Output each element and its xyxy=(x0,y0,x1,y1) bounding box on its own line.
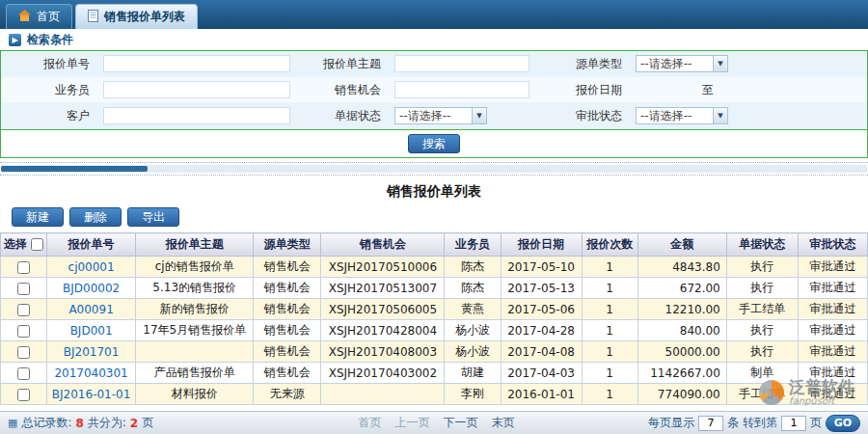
tab-home[interactable]: 首页 xyxy=(6,4,72,29)
cell-approval-status: 审批通过 xyxy=(798,299,867,320)
cell-quote-no: BJD00002 xyxy=(47,278,136,299)
cell-quote-no: cj00001 xyxy=(47,257,136,278)
cell-subject xyxy=(136,341,254,363)
table-row[interactable]: 2017040301 产品销售报价单 销售机会 XSJH20170403002 … xyxy=(1,363,868,384)
customer-input[interactable] xyxy=(103,107,290,124)
cell-opportunity: XSJH20170506005 xyxy=(321,299,445,320)
cell-select xyxy=(1,384,47,405)
cell-subject: 产品销售报价单 xyxy=(136,363,254,384)
source-type-select[interactable]: --请选择-- ▼ xyxy=(636,55,728,72)
pages-label: 共分为: xyxy=(88,415,126,431)
row-checkbox[interactable] xyxy=(17,389,30,401)
column-header-select: 选择 xyxy=(1,233,47,257)
tab-quote-list-label: 销售报价单列表 xyxy=(104,9,185,25)
go-button[interactable]: GO xyxy=(826,415,860,432)
cell-source-type: 销售机会 xyxy=(254,278,321,299)
first-page-link[interactable]: 首页 xyxy=(359,415,382,431)
doc-status-select[interactable]: --请选择-- ▼ xyxy=(394,107,487,124)
table-row[interactable]: cj00001 cj的销售报价单 销售机会 XSJH20170510006 陈杰… xyxy=(1,257,868,278)
cell-opportunity: XSJH20170428004 xyxy=(321,320,445,341)
tab-bar: 首页 销售报价单列表 xyxy=(0,0,868,29)
cell-approval-status: 审批通过 xyxy=(798,384,867,405)
column-header-times: 报价次数 xyxy=(582,233,637,257)
cell-subject: 材料报价 xyxy=(136,384,254,405)
records-icon: ▦ xyxy=(8,417,17,429)
subject-input[interactable] xyxy=(394,55,529,72)
goto-unit: 页 xyxy=(810,415,822,431)
collapse-arrow-icon[interactable]: ▶ xyxy=(9,34,21,46)
cell-source-type: 无来源 xyxy=(254,384,321,405)
row-checkbox[interactable] xyxy=(17,346,30,359)
table-row[interactable]: BJD001 17年5月销售报价单 销售机会 XSJH20170428004 杨… xyxy=(1,320,868,341)
scrollbar-track[interactable] xyxy=(1,165,867,173)
approval-status-select-value: --请选择-- xyxy=(640,108,692,124)
prev-page-link[interactable]: 上一页 xyxy=(395,415,430,431)
export-button[interactable]: 导出 xyxy=(127,207,179,227)
quote-no-link[interactable]: BJ2016-01-01 xyxy=(52,388,131,401)
quote-no-link[interactable]: BJD00002 xyxy=(63,282,120,295)
search-row-3: 客户 单据状态 --请选择-- ▼ 审批状态 --请选择-- ▼ xyxy=(1,103,867,129)
chevron-down-icon: ▼ xyxy=(713,108,727,123)
quote-no-link[interactable]: BJ201701 xyxy=(64,345,120,359)
table-row[interactable]: BJ201701 销售机会 XSJH20170408003 杨小波 2017-0… xyxy=(1,341,868,363)
quote-date-label: 报价日期 xyxy=(535,82,630,98)
new-button[interactable]: 新建 xyxy=(12,207,64,227)
table-row[interactable]: A00091 新的销售报价 销售机会 XSJH20170506005 黄燕 20… xyxy=(1,299,868,320)
cell-salesperson: 陈杰 xyxy=(445,278,501,299)
column-header-approval-status: 审批状态 xyxy=(798,233,867,257)
quote-no-link[interactable]: A00091 xyxy=(68,303,113,316)
search-form: 报价单号 报价单主题 源单类型 --请选择-- ▼ 业务员 销售机会 报价日期 … xyxy=(0,50,868,158)
cell-salesperson: 黄燕 xyxy=(445,299,501,320)
select-all-checkbox[interactable] xyxy=(31,238,43,251)
cell-source-type: 销售机会 xyxy=(254,341,321,363)
row-checkbox[interactable] xyxy=(17,367,30,380)
tab-quote-list[interactable]: 销售报价单列表 xyxy=(75,4,198,29)
select-column-label: 选择 xyxy=(4,237,27,251)
quote-no-link[interactable]: 2017040301 xyxy=(54,366,127,380)
quote-no-input[interactable] xyxy=(103,55,290,72)
row-checkbox[interactable] xyxy=(17,304,30,316)
cell-select xyxy=(1,320,47,341)
column-header-doc-status: 单据状态 xyxy=(726,233,798,257)
goto-label: 转到第 xyxy=(743,415,777,431)
cell-doc-status: 执行 xyxy=(726,341,798,363)
row-checkbox[interactable] xyxy=(17,325,30,338)
table-row[interactable]: BJD00002 5.13的销售报价 销售机会 XSJH20170513007 … xyxy=(1,278,868,299)
next-page-link[interactable]: 下一页 xyxy=(444,415,478,431)
cell-amount: 50000.00 xyxy=(637,341,726,363)
row-checkbox[interactable] xyxy=(17,283,30,295)
per-page-input[interactable] xyxy=(698,416,723,431)
delete-button[interactable]: 删除 xyxy=(69,207,122,227)
search-button[interactable]: 搜索 xyxy=(408,134,460,153)
row-checkbox[interactable] xyxy=(17,261,30,274)
cell-date: 2017-05-06 xyxy=(501,299,582,320)
opportunity-input[interactable] xyxy=(394,81,529,98)
cell-quote-no: BJ201701 xyxy=(47,341,136,363)
cell-salesperson: 杨小波 xyxy=(445,320,501,341)
document-icon xyxy=(88,10,98,25)
cell-amount: 840.00 xyxy=(637,320,726,341)
cell-subject: 17年5月销售报价单 xyxy=(136,320,254,341)
table-row[interactable]: BJ2016-01-01 材料报价 无来源 李刚 2016-01-01 1 77… xyxy=(1,384,868,405)
scrollbar-thumb[interactable] xyxy=(1,166,148,172)
column-header-amount: 金额 xyxy=(637,233,726,257)
doc-status-label: 单据状态 xyxy=(296,108,389,124)
quote-no-link[interactable]: BJD001 xyxy=(70,324,113,338)
cell-select xyxy=(1,278,47,299)
approval-status-select[interactable]: --请选择-- ▼ xyxy=(636,107,728,124)
cell-doc-status: 制单 xyxy=(726,363,798,384)
search-row-1: 报价单号 报价单主题 源单类型 --请选择-- ▼ xyxy=(1,51,867,77)
cell-approval-status: 审批通过 xyxy=(798,320,867,341)
cell-approval-status: 审批通过 xyxy=(798,341,867,363)
salesperson-label: 业务员 xyxy=(1,82,97,98)
goto-page-input[interactable] xyxy=(781,416,806,431)
salesperson-input[interactable] xyxy=(103,81,290,98)
total-records-label: 总记录数: xyxy=(21,415,71,431)
cell-doc-status: 手工结单 xyxy=(726,299,798,320)
action-bar: 新建 删除 导出 xyxy=(0,205,868,232)
last-page-link[interactable]: 末页 xyxy=(492,415,515,431)
cell-doc-status: 执行 xyxy=(726,320,798,341)
opportunity-label: 销售机会 xyxy=(296,82,389,98)
column-header-date: 报价日期 xyxy=(501,233,582,257)
quote-no-link[interactable]: cj00001 xyxy=(68,260,115,274)
